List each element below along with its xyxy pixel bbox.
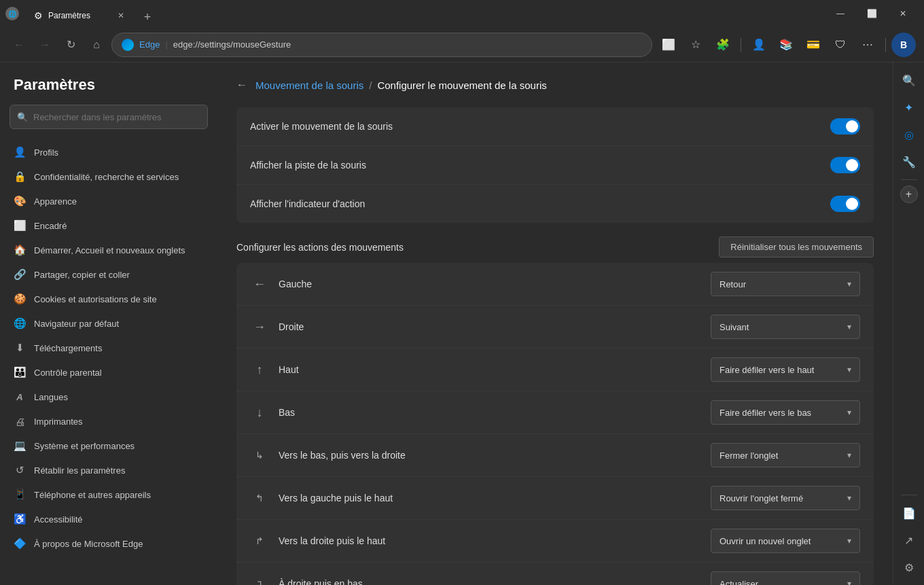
reset-button[interactable]: Réinitialiser tous les mouvements bbox=[719, 236, 874, 258]
forward-button[interactable]: → bbox=[34, 34, 56, 56]
gesture-label-7: À droite puis en bas bbox=[279, 578, 701, 585]
sidebar-item-apropos[interactable]: 🔷 À propos de Microsoft Edge bbox=[0, 531, 217, 556]
tab-area: ⚙ Paramètres ✕ + bbox=[26, 0, 821, 27]
systeme-icon: 💻 bbox=[14, 440, 26, 452]
gesture-row-4: ↳ Vers le bas, puis vers la droite Ferme… bbox=[236, 434, 874, 477]
titlebar: 🌐 ⚙ Paramètres ✕ + — ⬜ ✕ bbox=[0, 0, 924, 27]
toolbar-separator-2 bbox=[885, 38, 886, 52]
sidebar-item-label: Confidentialité, recherche et services bbox=[34, 172, 179, 182]
rp-copilot-button[interactable]: ✦ bbox=[897, 95, 921, 120]
sidebar-item-label: À propos de Microsoft Edge bbox=[34, 539, 143, 549]
sidebar-item-navigateur[interactable]: 🌐 Navigateur par défaut bbox=[0, 311, 217, 336]
gesture-select-2[interactable]: Faire défiler vers le haut ▾ bbox=[711, 357, 860, 382]
toggle-2[interactable] bbox=[830, 196, 860, 212]
gesture-value-0: Retour bbox=[719, 279, 746, 289]
rp-tools-button[interactable]: 🔧 bbox=[897, 149, 921, 174]
sidebar-item-partager[interactable]: 🔗 Partager, copier et coller bbox=[0, 262, 217, 287]
sidebar-item-label: Téléchargements bbox=[34, 343, 102, 353]
breadcrumb-link[interactable]: Mouvement de la souris bbox=[255, 79, 363, 91]
refresh-button[interactable]: ↻ bbox=[60, 34, 82, 56]
accessibilite-icon: ♿ bbox=[14, 513, 26, 525]
gesture-label-1: Droite bbox=[279, 321, 701, 332]
gesture-select-1[interactable]: Suivant ▾ bbox=[711, 315, 860, 339]
rp-settings-icon: ⚙ bbox=[904, 561, 914, 574]
toggle-0[interactable] bbox=[830, 118, 860, 135]
more-button[interactable]: ⋯ bbox=[855, 33, 880, 57]
sidebar-item-label: Partager, copier et coller bbox=[34, 270, 130, 280]
rp-page-icon: 📄 bbox=[902, 507, 916, 520]
sidebar-item-demarrer[interactable]: 🏠 Démarrer, Accueil et nouveaux onglets bbox=[0, 238, 217, 262]
sidebar-item-confidentialite[interactable]: 🔒 Confidentialité, recherche et services bbox=[0, 164, 217, 189]
toggle-row-2: Afficher l'indicateur d'action bbox=[236, 185, 874, 223]
settings-tab[interactable]: ⚙ Paramètres ✕ bbox=[26, 4, 135, 27]
gesture-label-2: Haut bbox=[279, 364, 701, 375]
gesture-select-5[interactable]: Rouvrir l'onglet fermé ▾ bbox=[711, 486, 860, 510]
sidebar-item-label: Langues bbox=[34, 392, 68, 402]
sidebar-item-controle[interactable]: 👪 Contrôle parental bbox=[0, 360, 217, 385]
split-button[interactable]: ⬜ bbox=[656, 33, 681, 57]
sidebar-item-cookies[interactable]: 🍪 Cookies et autorisations de site bbox=[0, 287, 217, 311]
gesture-select-4[interactable]: Fermer l'onglet ▾ bbox=[711, 443, 860, 467]
retablir-icon: ↺ bbox=[14, 464, 26, 476]
window-close-button[interactable]: ✕ bbox=[887, 0, 919, 27]
minimize-button[interactable]: — bbox=[825, 0, 856, 27]
sidebar-item-label: Encadré bbox=[34, 221, 67, 231]
address-bar[interactable]: Edge | edge://settings/mouseGesture bbox=[111, 33, 652, 57]
sidebar-item-systeme[interactable]: 💻 Système et performances bbox=[0, 433, 217, 458]
profile-button[interactable]: 👤 bbox=[747, 33, 771, 57]
gesture-select-7[interactable]: Actualiser ▾ bbox=[711, 571, 860, 585]
settings-search-input[interactable] bbox=[33, 112, 200, 122]
maximize-button[interactable]: ⬜ bbox=[856, 0, 887, 27]
gesture-row-5: ↰ Vers la gauche puis le haut Rouvrir l'… bbox=[236, 477, 874, 520]
sidebar-item-retablir[interactable]: ↺ Rétablir les paramètres bbox=[0, 458, 217, 482]
favorites-button[interactable]: ☆ bbox=[683, 33, 708, 57]
gesture-value-6: Ouvrir un nouvel onglet bbox=[719, 536, 811, 546]
gesture-select-0[interactable]: Retour ▾ bbox=[711, 272, 860, 296]
breadcrumb-back-button[interactable]: ← bbox=[236, 79, 247, 91]
sidebar-item-imprimantes[interactable]: 🖨 Imprimantes bbox=[0, 409, 217, 433]
gesture-select-6[interactable]: Ouvrir un nouvel onglet ▾ bbox=[711, 529, 860, 553]
collections-button[interactable]: 📚 bbox=[774, 33, 798, 57]
shield-button[interactable]: 🛡 bbox=[828, 33, 853, 57]
rp-outlook-button[interactable]: ◎ bbox=[897, 122, 921, 147]
profils-icon: 👤 bbox=[14, 146, 26, 158]
sidebar-item-telechargements[interactable]: ⬇ Téléchargements bbox=[0, 336, 217, 360]
sidebar-item-langues[interactable]: A Langues bbox=[0, 385, 217, 409]
sidebar-item-telephone[interactable]: 📱 Téléphone et autres appareils bbox=[0, 482, 217, 507]
rp-settings-button[interactable]: ⚙ bbox=[897, 555, 921, 580]
toggle-1[interactable] bbox=[830, 157, 860, 173]
forward-icon: → bbox=[39, 39, 50, 51]
sidebar-item-apparence[interactable]: 🎨 Apparence bbox=[0, 189, 217, 213]
rp-external-button[interactable]: ↗ bbox=[897, 528, 921, 552]
home-icon: ⌂ bbox=[93, 39, 100, 51]
new-tab-button[interactable]: + bbox=[137, 7, 158, 27]
split-icon: ⬜ bbox=[662, 38, 675, 51]
sidebar-item-accessibilite[interactable]: ♿ Accessibilité bbox=[0, 507, 217, 531]
toolbar-separator bbox=[741, 38, 741, 52]
gesture-arrow-3: ↓ bbox=[250, 406, 269, 420]
sidebar-item-profils[interactable]: 👤 Profils bbox=[0, 140, 217, 164]
back-button[interactable]: ← bbox=[8, 34, 30, 56]
settings-search-box[interactable]: 🔍 bbox=[10, 105, 208, 129]
back-arrow-icon: ← bbox=[236, 79, 247, 91]
gesture-row-3: ↓ Bas Faire défiler vers le bas ▾ bbox=[236, 391, 874, 434]
address-separator: | bbox=[165, 39, 167, 50]
gesture-select-3[interactable]: Faire défiler vers le bas ▾ bbox=[711, 400, 860, 425]
chevron-icon-0: ▾ bbox=[847, 279, 851, 289]
extensions-button[interactable]: 🧩 bbox=[711, 33, 735, 57]
sidebar-item-encadre[interactable]: ⬜ Encadré bbox=[0, 213, 217, 238]
imprimantes-icon: 🖨 bbox=[14, 415, 26, 427]
extensions-icon: 🧩 bbox=[716, 38, 730, 51]
edge-favicon bbox=[122, 39, 134, 51]
wallet-button[interactable]: 💳 bbox=[801, 33, 825, 57]
tab-close-button[interactable]: ✕ bbox=[116, 10, 126, 21]
rp-add-button[interactable]: + bbox=[900, 185, 918, 203]
cookies-icon: 🍪 bbox=[14, 293, 26, 305]
bing-copilot-button[interactable]: B bbox=[891, 33, 916, 57]
sidebar-item-label: Rétablir les paramètres bbox=[34, 465, 125, 476]
rp-page-button[interactable]: 📄 bbox=[897, 501, 921, 525]
home-button[interactable]: ⌂ bbox=[86, 34, 107, 56]
chevron-icon-3: ▾ bbox=[847, 408, 851, 417]
sidebar-item-label: Système et performances bbox=[34, 441, 135, 451]
rp-search-button[interactable]: 🔍 bbox=[897, 68, 921, 92]
